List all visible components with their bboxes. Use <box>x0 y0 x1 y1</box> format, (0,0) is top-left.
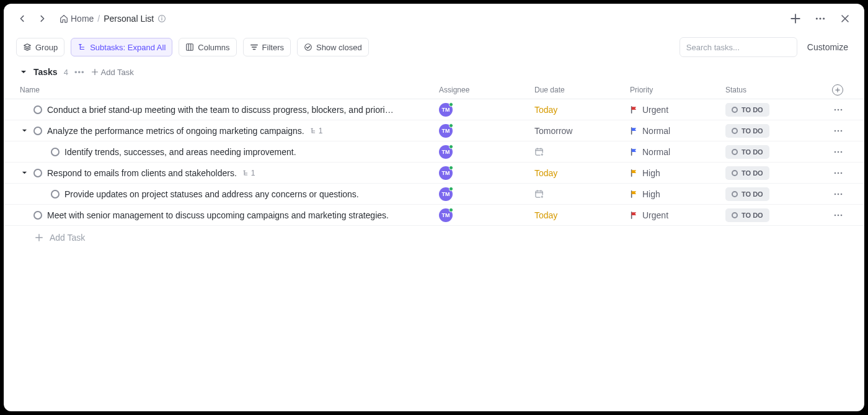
close-button[interactable] <box>837 11 853 27</box>
flag-icon <box>630 190 639 199</box>
task-row[interactable]: Analyze the performance metrics of ongoi… <box>4 120 864 141</box>
add-task-row[interactable]: Add Task <box>4 226 864 249</box>
task-row[interactable]: Meet with senior management to discuss u… <box>4 205 864 226</box>
chevron-right-icon <box>38 14 46 23</box>
task-row[interactable]: Respond to emails from clients and stake… <box>4 163 864 184</box>
assignee-avatar[interactable]: TM <box>439 187 453 201</box>
priority-cell[interactable]: Urgent <box>630 105 725 115</box>
calendar-icon <box>534 147 544 156</box>
breadcrumb-current[interactable]: Personal List <box>104 14 154 24</box>
task-title[interactable]: Provide updates on project statuses and … <box>64 189 359 199</box>
group-toggle[interactable]: Group <box>16 38 64 56</box>
assignee-avatar[interactable]: TM <box>439 208 453 222</box>
status-badge[interactable]: TO DO <box>725 187 769 201</box>
due-date-cell[interactable] <box>534 147 630 156</box>
row-more-button[interactable] <box>818 105 843 115</box>
task-title[interactable]: Identify trends, successes, and areas ne… <box>64 147 296 157</box>
breadcrumb-home[interactable]: Home <box>60 14 94 24</box>
more-menu-button[interactable] <box>812 11 828 27</box>
due-date-cell[interactable]: Today <box>534 168 630 178</box>
priority-cell[interactable]: Urgent <box>630 210 725 220</box>
status-badge[interactable]: TO DO <box>725 208 769 222</box>
due-date-cell[interactable]: Tomorrow <box>534 126 630 136</box>
status-badge[interactable]: TO DO <box>725 145 769 159</box>
subtask-indicator[interactable]: 1 <box>309 127 323 135</box>
status-circle[interactable] <box>33 127 42 135</box>
task-row[interactable]: Conduct a brief stand-up meeting with th… <box>4 99 864 120</box>
row-more-button[interactable] <box>818 126 843 136</box>
priority-label: Urgent <box>642 210 668 220</box>
priority-label: Normal <box>642 147 670 157</box>
task-row[interactable]: Identify trends, successes, and areas ne… <box>4 141 864 163</box>
row-expand-toggle[interactable] <box>20 128 29 133</box>
filters-toggle[interactable]: Filters <box>243 38 291 56</box>
ellipsis-icon <box>833 126 843 136</box>
layers-icon <box>23 43 32 51</box>
avatar-initials: TM <box>442 191 450 197</box>
presence-indicator <box>449 187 453 191</box>
add-button[interactable] <box>787 11 804 27</box>
due-date-label: Today <box>534 210 557 220</box>
status-badge[interactable]: TO DO <box>725 124 769 138</box>
priority-cell[interactable]: High <box>630 189 725 199</box>
column-header-status[interactable]: Status <box>725 86 818 94</box>
show-closed-toggle[interactable]: Show closed <box>297 38 369 56</box>
priority-cell[interactable]: Normal <box>630 126 725 136</box>
status-badge[interactable]: TO DO <box>725 166 769 180</box>
info-icon[interactable] <box>157 14 166 23</box>
group-add-task-button[interactable]: Add Task <box>91 68 134 77</box>
assignee-avatar[interactable]: TM <box>439 103 453 117</box>
search-input[interactable] <box>680 37 797 57</box>
row-more-button[interactable] <box>818 210 843 220</box>
customize-button[interactable]: Customize <box>804 40 852 55</box>
column-header-name[interactable]: Name <box>20 86 439 94</box>
flag-icon <box>630 105 639 114</box>
task-title[interactable]: Respond to emails from clients and stake… <box>47 168 237 178</box>
column-header-due-date[interactable]: Due date <box>534 86 630 94</box>
assignee-avatar[interactable]: TM <box>439 166 453 180</box>
add-column-button[interactable] <box>832 84 843 96</box>
subtasks-toggle-label: Subtasks: Expand All <box>90 43 166 52</box>
ellipsis-icon <box>833 210 843 220</box>
nav-back-button[interactable] <box>15 11 30 26</box>
status-badge[interactable]: TO DO <box>725 103 769 117</box>
status-label: TO DO <box>742 212 763 219</box>
task-title[interactable]: Conduct a brief stand-up meeting with th… <box>47 105 394 115</box>
status-dot <box>732 149 738 155</box>
svg-point-1 <box>161 17 162 18</box>
due-date-cell[interactable]: Today <box>534 105 630 115</box>
plus-icon <box>790 13 801 24</box>
svg-point-12 <box>838 130 839 132</box>
status-circle[interactable] <box>33 211 42 220</box>
subtasks-toggle[interactable]: Subtasks: Expand All <box>71 38 172 56</box>
svg-point-21 <box>841 172 843 174</box>
status-circle[interactable] <box>51 148 60 156</box>
task-title[interactable]: Analyze the performance metrics of ongoi… <box>47 126 304 136</box>
due-date-cell[interactable]: Today <box>534 210 630 220</box>
row-expand-toggle[interactable] <box>20 170 29 176</box>
group-more-button[interactable]: ••• <box>74 68 85 77</box>
row-more-button[interactable] <box>818 168 843 178</box>
status-circle[interactable] <box>51 190 60 199</box>
group-collapse-toggle[interactable] <box>20 68 27 76</box>
subtask-indicator[interactable]: 1 <box>242 169 255 177</box>
column-header-priority[interactable]: Priority <box>630 86 725 94</box>
status-circle[interactable] <box>33 105 42 114</box>
row-more-button[interactable] <box>818 189 843 199</box>
status-circle[interactable] <box>33 169 42 177</box>
assignee-avatar[interactable]: TM <box>439 124 453 138</box>
svg-rect-2 <box>162 18 162 20</box>
priority-cell[interactable]: Normal <box>630 147 725 157</box>
group-count: 4 <box>64 68 68 77</box>
nav-forward-button[interactable] <box>35 11 50 26</box>
priority-label: Urgent <box>642 105 668 115</box>
columns-toggle[interactable]: Columns <box>179 38 236 56</box>
priority-cell[interactable]: High <box>630 168 725 178</box>
due-date-cell[interactable] <box>534 189 630 199</box>
column-header-assignee[interactable]: Assignee <box>439 86 534 94</box>
assignee-avatar[interactable]: TM <box>439 145 453 159</box>
row-more-button[interactable] <box>818 147 843 157</box>
task-title[interactable]: Meet with senior management to discuss u… <box>47 210 389 220</box>
task-row[interactable]: Provide updates on project statuses and … <box>4 184 864 205</box>
status-dot <box>732 170 738 176</box>
